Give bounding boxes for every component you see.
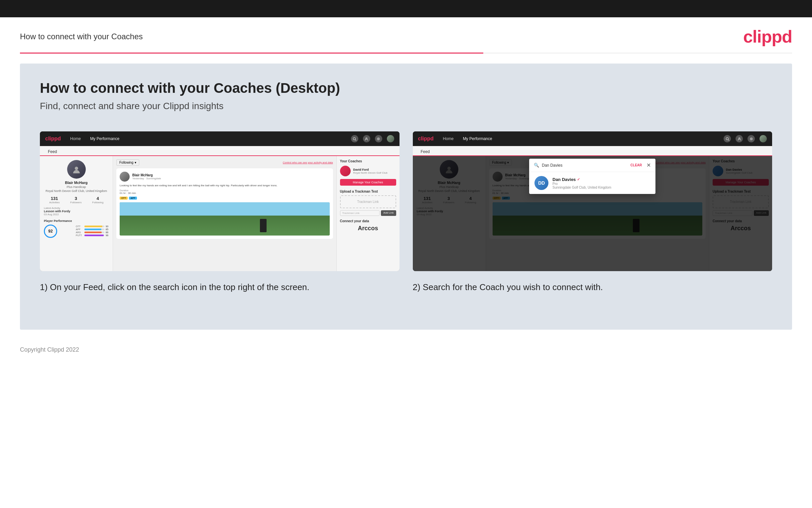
screenshot-block-1: clippd Home My Performance bbox=[40, 131, 399, 293]
latest-activity-1: Latest Activity Lesson with Fordy 03 Aug… bbox=[44, 207, 109, 216]
post-meta-1: Yesterday · Sunningdale bbox=[132, 177, 161, 180]
nav-logo-2: clippd bbox=[418, 136, 434, 142]
golfer-silhouette-1 bbox=[260, 219, 267, 232]
perf-title-1: Player Performance bbox=[44, 219, 109, 222]
main-title: How to connect with your Coaches (Deskto… bbox=[40, 80, 772, 96]
svg-point-0 bbox=[353, 137, 355, 140]
coach-card-1: David Ford Royal North Devon Golf Club bbox=[340, 166, 396, 176]
search-result-item[interactable]: DD Dan Davies ✓ Pro Sunningdale Golf Clu… bbox=[529, 172, 656, 194]
stat-followers-1: 3 Followers bbox=[70, 196, 82, 204]
nav-logo-1: clippd bbox=[45, 136, 61, 142]
chevron-down-icon: ▾ bbox=[135, 161, 136, 164]
profile-name-1: Blair McHarg bbox=[44, 181, 109, 185]
followers-count-1: 3 bbox=[70, 196, 82, 201]
coach-club-1: Royal North Devon Golf Club bbox=[353, 171, 388, 174]
profile-handicap-1: Plus Handicap bbox=[44, 185, 109, 188]
header: How to connect with your Coaches clippd bbox=[0, 17, 812, 52]
svg-point-6 bbox=[726, 137, 728, 140]
feed-tab-1[interactable]: Feed bbox=[45, 148, 59, 156]
add-link-btn-1[interactable]: Add Link bbox=[381, 210, 396, 216]
nav-icons-2 bbox=[724, 135, 767, 142]
following-button-1[interactable]: Following ▾ bbox=[116, 159, 139, 166]
coaches-title-1: Your Coaches bbox=[340, 159, 396, 163]
result-info: Dan Davies ✓ Pro Sunningdale Golf Club, … bbox=[553, 177, 611, 189]
step-1-number: 1) bbox=[40, 282, 48, 292]
coach-avatar-1 bbox=[340, 166, 351, 176]
coach-name-1: David Ford bbox=[353, 168, 388, 171]
post-avatar-1 bbox=[120, 172, 130, 182]
settings-icon[interactable] bbox=[375, 135, 382, 142]
tag-app-1: APP bbox=[129, 197, 137, 200]
search-icon[interactable] bbox=[351, 135, 358, 142]
stat-activities-1: 131 Activities bbox=[49, 196, 60, 204]
post-text-1: Looking to feel like my hands are exitin… bbox=[120, 184, 330, 187]
screenshots-row: clippd Home My Performance bbox=[40, 131, 772, 293]
trackman-input-1[interactable]: Trackman Link bbox=[340, 210, 380, 216]
golf-scene-1 bbox=[120, 202, 330, 236]
tag-ott-1: OTT bbox=[120, 197, 128, 200]
stats-row-1: 131 Activities 3 Followers 4 Following bbox=[44, 196, 109, 204]
search-icon-overlay: 🔍 bbox=[534, 163, 539, 168]
latest-activity-label-1: Latest Activity bbox=[44, 207, 109, 210]
settings-icon-2[interactable] bbox=[748, 135, 755, 142]
search-input-display[interactable]: Dan Davies bbox=[542, 163, 628, 168]
search-input-row: 🔍 Dan Davies CLEAR ✕ bbox=[529, 159, 656, 172]
search-box: 🔍 Dan Davies CLEAR ✕ DD Dan Davies bbox=[529, 159, 656, 194]
nav-icons-1 bbox=[351, 135, 394, 142]
clear-button[interactable]: CLEAR bbox=[630, 163, 642, 167]
profile-avatar-1 bbox=[67, 160, 86, 179]
duration-label-1: Duration bbox=[120, 189, 330, 192]
middle-panel-1: Following ▾ Control who can see your act… bbox=[113, 156, 336, 271]
trackman-input-row-1: Trackman Link Add Link bbox=[340, 210, 396, 216]
post-duration-1: 01 hr : 30 min bbox=[120, 192, 330, 195]
perf-bar-ott: OTT 90 bbox=[76, 225, 108, 227]
browser-nav-2: clippd Home My Performance bbox=[413, 131, 772, 146]
connect-title-1: Connect your data bbox=[340, 219, 396, 223]
nav-home-1[interactable]: Home bbox=[67, 135, 84, 142]
arccos-logo-1: Arccos bbox=[340, 225, 396, 232]
post-author-1: Blair McHarg bbox=[132, 173, 161, 177]
latest-activity-date-1: 03 Aug 2022 bbox=[44, 213, 109, 216]
step-1-text: On your Feed, click on the search icon i… bbox=[50, 282, 309, 292]
post-image-1 bbox=[120, 202, 330, 236]
quality-score-1: 92 bbox=[44, 224, 57, 238]
search-overlay: 🔍 Dan Davies CLEAR ✕ DD Dan Davies bbox=[413, 156, 772, 271]
svg-point-5 bbox=[75, 167, 78, 170]
mock-browser-1: clippd Home My Performance bbox=[40, 131, 399, 271]
search-icon-2[interactable] bbox=[724, 135, 731, 142]
result-club: Sunningdale Golf Club, United Kingdom bbox=[553, 186, 611, 189]
verified-icon: ✓ bbox=[577, 177, 580, 182]
copyright-text: Copyright Clippd 2022 bbox=[20, 346, 79, 353]
profile-section-1: Blair McHarg Plus Handicap Royal North D… bbox=[44, 160, 109, 193]
post-header-1: Blair McHarg Yesterday · Sunningdale bbox=[120, 172, 330, 182]
step-2-number: 2) bbox=[413, 282, 421, 292]
left-panel-1: Blair McHarg Plus Handicap Royal North D… bbox=[40, 156, 113, 271]
svg-point-9 bbox=[751, 138, 752, 139]
profile-club-1: Royal North Devon Golf Club, United King… bbox=[44, 189, 109, 193]
main-subtitle: Find, connect and share your Clippd insi… bbox=[40, 101, 772, 112]
post-tags-1: OTT APP bbox=[120, 197, 330, 200]
perf-bar-arg: ARG 86 bbox=[76, 231, 108, 234]
feed-tab-2[interactable]: Feed bbox=[418, 148, 432, 156]
avatar-icon[interactable] bbox=[387, 135, 394, 142]
upload-title-1: Upload a Trackman Test bbox=[340, 189, 396, 193]
nav-performance-1[interactable]: My Performance bbox=[87, 135, 122, 142]
activities-label-1: Activities bbox=[49, 201, 60, 204]
avatar-icon-2[interactable] bbox=[760, 135, 767, 142]
header-divider bbox=[20, 52, 792, 53]
step-2-text: Search for the Coach you wish to connect… bbox=[423, 282, 603, 292]
step-1-description: 1) On your Feed, click on the search ico… bbox=[40, 281, 399, 293]
user-icon-2[interactable] bbox=[735, 135, 743, 142]
nav-performance-2[interactable]: My Performance bbox=[460, 135, 495, 142]
page-title: How to connect with your Coaches bbox=[20, 32, 143, 41]
app-content-1: Blair McHarg Plus Handicap Royal North D… bbox=[40, 156, 399, 271]
player-performance-1: Player Performance 92 OTT 90 bbox=[44, 219, 109, 238]
following-row-1: Following ▾ Control who can see your act… bbox=[116, 159, 333, 166]
control-link-1[interactable]: Control who can see your activity and da… bbox=[283, 161, 333, 164]
close-search-button[interactable]: ✕ bbox=[647, 162, 651, 168]
user-icon[interactable] bbox=[363, 135, 370, 142]
nav-home-2[interactable]: Home bbox=[440, 135, 457, 142]
step-2-description: 2) Search for the Coach you wish to conn… bbox=[413, 281, 772, 293]
latest-activity-title-1: Lesson with Fordy bbox=[44, 210, 109, 213]
manage-coaches-btn-1[interactable]: Manage Your Coaches bbox=[340, 179, 396, 186]
